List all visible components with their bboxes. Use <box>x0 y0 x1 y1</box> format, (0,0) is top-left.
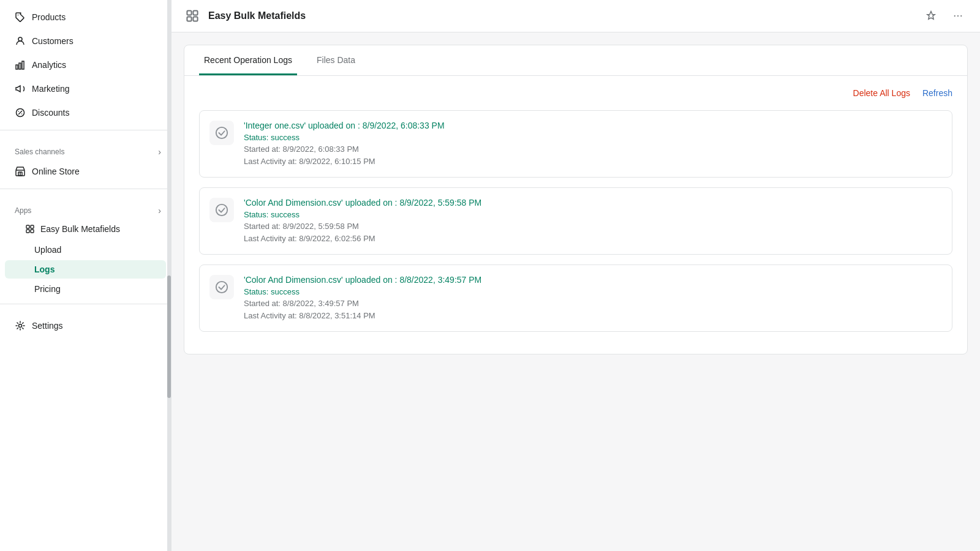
log-last-activity: Last Activity at: 8/8/2022, 3:51:14 PM <box>244 310 942 322</box>
log-item: 'Integer one.csv' uploaded on : 8/9/2022… <box>199 110 952 178</box>
tag-icon <box>15 12 26 23</box>
main-content: Easy Bulk Metafields Recent Opera <box>172 0 980 551</box>
sidebar-item-discounts[interactable]: Discounts <box>5 101 166 124</box>
settings-icon <box>15 320 26 331</box>
tab-files-data[interactable]: Files Data <box>312 45 360 75</box>
megaphone-icon <box>15 83 26 94</box>
scrollbar-track[interactable] <box>167 0 171 551</box>
svg-rect-12 <box>26 230 29 233</box>
svg-point-14 <box>19 324 22 328</box>
log-status: Status: success <box>244 287 942 296</box>
log-last-activity: Last Activity at: 8/9/2022, 6:10:15 PM <box>244 156 942 168</box>
chevron-right-icon: › <box>158 147 161 157</box>
logs-actions: Delete All Logs Refresh <box>199 88 952 98</box>
apps-chevron-icon: › <box>158 206 161 216</box>
sidebar-item-marketing[interactable]: Marketing <box>5 77 166 100</box>
log-title: 'Color And Dimension.csv' uploaded on : … <box>244 275 942 285</box>
log-status: Status: success <box>244 133 942 142</box>
svg-point-19 <box>954 15 956 17</box>
sidebar-discounts-label: Discounts <box>32 108 69 118</box>
log-details: 'Integer one.csv' uploaded on : 8/9/2022… <box>244 121 942 167</box>
apps-section[interactable]: Apps › <box>0 198 171 218</box>
sidebar-item-customers[interactable]: Customers <box>5 29 166 53</box>
log-title: 'Integer one.csv' uploaded on : 8/9/2022… <box>244 121 942 130</box>
refresh-button[interactable]: Refresh <box>922 88 952 98</box>
log-started: Started at: 8/9/2022, 5:59:58 PM <box>244 220 942 233</box>
svg-rect-11 <box>31 225 34 228</box>
log-title: 'Color And Dimension.csv' uploaded on : … <box>244 198 942 208</box>
settings-label: Settings <box>32 321 63 331</box>
log-started: Started at: 8/8/2022, 3:49:57 PM <box>244 298 942 310</box>
svg-rect-3 <box>19 63 21 69</box>
tab-recent-logs[interactable]: Recent Operation Logs <box>199 45 297 75</box>
sidebar-products-label: Products <box>32 12 66 22</box>
log-details: 'Color And Dimension.csv' uploaded on : … <box>244 275 942 321</box>
upload-label: Upload <box>34 245 61 255</box>
log-item: 'Color And Dimension.csv' uploaded on : … <box>199 187 952 255</box>
app-header: Easy Bulk Metafields <box>172 0 980 32</box>
log-started: Started at: 8/9/2022, 6:08:33 PM <box>244 143 942 156</box>
discount-icon <box>15 107 26 118</box>
pricing-label: Pricing <box>34 284 61 294</box>
logs-panel: Delete All Logs Refresh 'Integer one.csv… <box>184 76 967 354</box>
log-check-icon <box>209 198 234 222</box>
sidebar-item-easy-bulk-metafields[interactable]: Easy Bulk Metafields <box>5 219 166 239</box>
svg-point-21 <box>960 15 962 17</box>
svg-rect-2 <box>16 65 18 69</box>
logs-label: Logs <box>34 264 55 274</box>
sales-channels-section[interactable]: Sales channels › <box>0 140 171 159</box>
sidebar-item-analytics[interactable]: Analytics <box>5 53 166 77</box>
svg-point-0 <box>18 15 19 16</box>
app-title: Easy Bulk Metafields <box>208 10 914 21</box>
log-last-activity: Last Activity at: 8/9/2022, 6:02:56 PM <box>244 233 942 245</box>
pin-button[interactable] <box>921 6 941 26</box>
online-store-label: Online Store <box>32 167 80 176</box>
svg-rect-13 <box>31 230 34 233</box>
app-header-grid-icon <box>184 7 201 24</box>
svg-point-7 <box>21 113 23 114</box>
svg-rect-10 <box>26 225 29 228</box>
svg-point-22 <box>216 127 227 138</box>
header-actions <box>921 6 968 26</box>
grid-icon <box>24 223 36 234</box>
logs-list: 'Integer one.csv' uploaded on : 8/9/2022… <box>199 110 952 332</box>
person-icon <box>15 36 26 47</box>
log-status: Status: success <box>244 210 942 219</box>
svg-rect-18 <box>193 17 197 21</box>
sidebar-item-upload[interactable]: Upload <box>5 241 166 259</box>
log-check-icon <box>209 275 234 299</box>
svg-rect-17 <box>187 17 191 21</box>
sidebar-marketing-label: Marketing <box>32 84 69 94</box>
easy-bulk-label: Easy Bulk Metafields <box>40 224 120 234</box>
sidebar-item-logs[interactable]: Logs <box>5 260 166 279</box>
logs-card: Recent Operation Logs Files Data Delete … <box>184 45 968 354</box>
svg-rect-16 <box>193 10 197 15</box>
chart-icon <box>15 59 26 70</box>
svg-rect-4 <box>22 61 24 69</box>
sidebar: Products Customers Analytics <box>0 0 172 551</box>
svg-point-20 <box>957 15 959 17</box>
sidebar-item-settings[interactable]: Settings <box>5 314 166 337</box>
svg-point-23 <box>216 204 227 216</box>
more-options-button[interactable] <box>948 6 968 26</box>
store-icon <box>15 166 26 177</box>
log-check-icon <box>209 121 234 145</box>
sidebar-item-pricing[interactable]: Pricing <box>5 280 166 298</box>
sidebar-customers-label: Customers <box>32 36 74 46</box>
log-details: 'Color And Dimension.csv' uploaded on : … <box>244 198 942 244</box>
log-item: 'Color And Dimension.csv' uploaded on : … <box>199 264 952 332</box>
sales-channels-label: Sales channels <box>15 148 64 156</box>
svg-rect-15 <box>187 10 191 15</box>
sidebar-analytics-label: Analytics <box>32 60 66 70</box>
apps-label: Apps <box>15 206 31 215</box>
scrollbar-thumb[interactable] <box>167 276 171 398</box>
delete-all-logs-button[interactable]: Delete All Logs <box>853 88 910 98</box>
svg-point-6 <box>18 111 20 112</box>
tabs-bar: Recent Operation Logs Files Data <box>184 45 967 76</box>
sidebar-item-online-store[interactable]: Online Store <box>5 160 166 183</box>
sidebar-item-products[interactable]: Products <box>5 6 166 29</box>
svg-point-24 <box>216 282 227 293</box>
content-area: Recent Operation Logs Files Data Delete … <box>172 32 980 551</box>
svg-point-1 <box>18 37 22 41</box>
